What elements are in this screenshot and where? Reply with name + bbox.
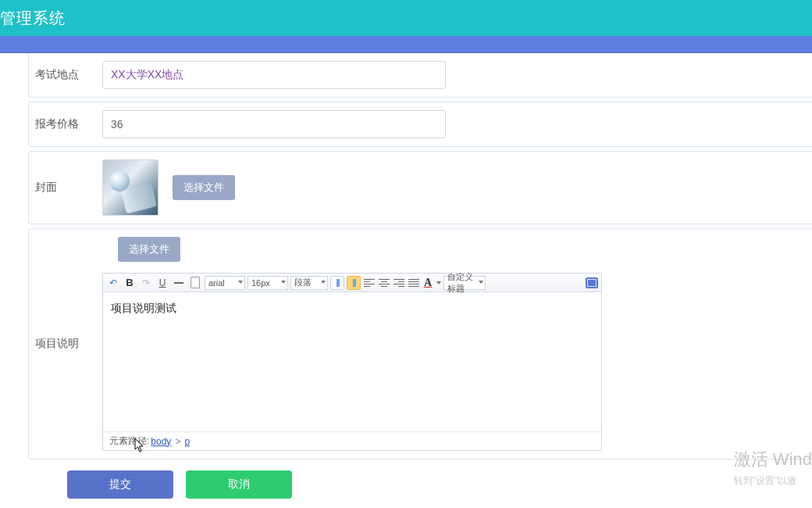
input-location[interactable] [102, 61, 446, 89]
font-color-button[interactable]: A [422, 277, 433, 289]
app-title: 管理系统 [0, 8, 66, 29]
path-separator: > [175, 436, 180, 447]
redo-icon[interactable]: ↷ [139, 276, 153, 290]
chevron-down-icon [238, 281, 243, 284]
font-color-dropdown[interactable] [436, 281, 441, 284]
chevron-down-icon [479, 281, 483, 284]
action-bar: 提交 取消 [28, 460, 812, 499]
fullscreen-icon[interactable] [586, 277, 598, 288]
chevron-down-icon [281, 281, 286, 284]
page-icon[interactable] [188, 276, 202, 290]
hr-button[interactable] [172, 276, 186, 290]
row-cover: 封面 选择文件 [28, 151, 812, 224]
editor-content[interactable]: 项目说明测试 [103, 292, 601, 431]
undo-icon[interactable]: ↶ [106, 276, 120, 290]
label-location: 考试地点 [29, 53, 102, 97]
align-left-button[interactable] [363, 277, 376, 289]
editor-toolbar: ↶ B ↷ U arial 16px 段落 [103, 274, 601, 292]
path-p-link[interactable]: p [184, 436, 190, 447]
choose-file-cover[interactable]: 选择文件 [173, 175, 235, 200]
row-price: 报考价格 [28, 102, 812, 147]
chevron-down-icon [321, 281, 326, 284]
windows-activation-watermark: 激活 Wind 转到"设置"以激 [734, 448, 812, 488]
font-family-value: arial [208, 278, 225, 288]
layout-button-2[interactable] [347, 276, 361, 290]
label-price: 报考价格 [29, 102, 102, 146]
paragraph-value: 段落 [294, 277, 312, 288]
font-size-value: 16px [251, 278, 270, 288]
watermark-title: 激活 Wind [734, 448, 812, 471]
editor-path-bar: 元素路径: body > p [103, 431, 601, 450]
bold-button[interactable]: B [123, 276, 137, 290]
sub-header-bar [0, 36, 812, 53]
path-label: 元素路径: [109, 435, 149, 448]
path-body-link[interactable]: body [151, 436, 171, 447]
label-description: 项目说明 [29, 229, 102, 459]
rich-text-editor: ↶ B ↷ U arial 16px 段落 [102, 273, 602, 451]
cover-thumbnail [102, 159, 158, 216]
align-justify-button[interactable] [408, 277, 420, 289]
custom-title-value: 自定义标题 [447, 271, 477, 295]
layout-button-1[interactable] [330, 276, 344, 290]
custom-title-select[interactable]: 自定义标题 [443, 276, 486, 290]
paragraph-select[interactable]: 段落 [290, 276, 328, 290]
row-description: 项目说明 选择文件 ↶ B ↷ U arial 16px [28, 228, 812, 460]
app-header: 管理系统 [0, 0, 812, 36]
submit-button[interactable]: 提交 [67, 470, 173, 499]
form: 考试地点 报考价格 封面 选择文件 项目说明 选择文件 ↶ B [0, 53, 812, 499]
cancel-button[interactable]: 取消 [186, 470, 292, 499]
font-size-select[interactable]: 16px [248, 276, 288, 290]
choose-file-description[interactable]: 选择文件 [118, 237, 180, 262]
align-right-button[interactable] [393, 277, 405, 289]
align-center-button[interactable] [378, 277, 390, 289]
font-family-select[interactable]: arial [205, 276, 245, 290]
underline-button[interactable]: U [155, 276, 169, 290]
input-price[interactable] [102, 110, 446, 138]
label-cover: 封面 [29, 152, 102, 224]
watermark-sub: 转到"设置"以激 [734, 474, 812, 488]
row-location: 考试地点 [28, 53, 812, 98]
